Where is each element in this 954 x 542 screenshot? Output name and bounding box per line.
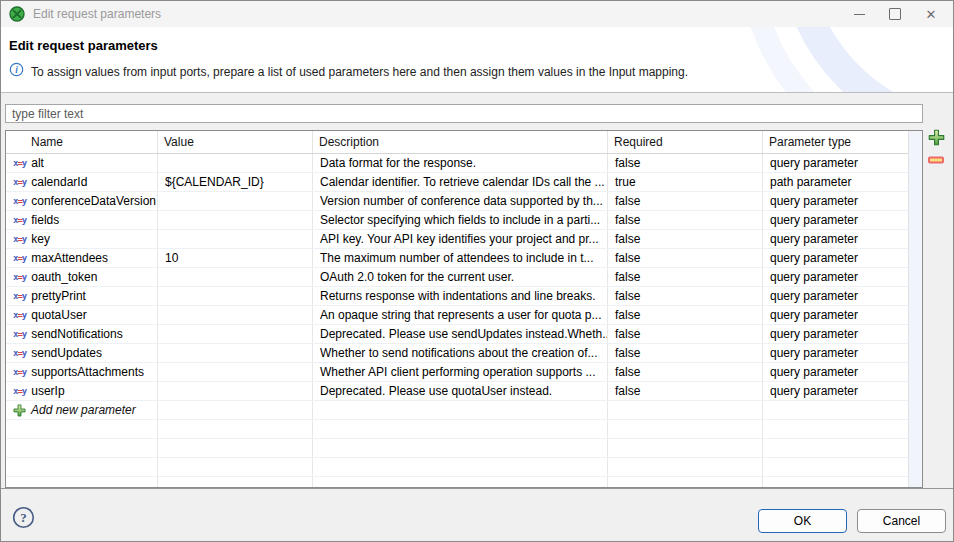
- parameter-type-cell[interactable]: query parameter: [763, 382, 909, 400]
- close-button[interactable]: ✕: [913, 1, 949, 27]
- filter-input[interactable]: [5, 104, 923, 123]
- add-parameter-button[interactable]: [926, 129, 946, 149]
- parameter-value-cell[interactable]: [158, 363, 313, 381]
- parameter-type-cell[interactable]: query parameter: [763, 154, 909, 172]
- parameter-type-cell[interactable]: query parameter: [763, 363, 909, 381]
- parameter-value-cell[interactable]: [158, 230, 313, 248]
- parameter-value-cell[interactable]: [158, 306, 313, 324]
- parameter-value-cell[interactable]: [158, 268, 313, 286]
- parameter-name-cell[interactable]: x=ymaxAttendees: [6, 249, 158, 267]
- parameter-description-cell[interactable]: Whether API client performing operation …: [313, 363, 608, 381]
- parameter-value-cell[interactable]: [158, 192, 313, 210]
- add-new-parameter-row[interactable]: Add new parameter: [6, 401, 922, 420]
- parameter-value-cell[interactable]: [158, 382, 313, 400]
- minimize-button[interactable]: [841, 1, 877, 27]
- remove-parameter-button[interactable]: [926, 151, 946, 171]
- parameter-row[interactable]: x=ysendNotificationsDeprecated. Please u…: [6, 325, 922, 344]
- parameter-type-cell[interactable]: path parameter: [763, 173, 909, 191]
- parameter-name-cell[interactable]: x=yoauth_token: [6, 268, 158, 286]
- parameter-type-cell[interactable]: query parameter: [763, 249, 909, 267]
- column-header-value[interactable]: Value: [158, 131, 313, 153]
- parameter-required-cell[interactable]: false: [608, 382, 763, 400]
- parameter-required-cell[interactable]: false: [608, 249, 763, 267]
- titlebar[interactable]: Edit request parameters ✕: [1, 1, 953, 27]
- parameter-row[interactable]: x=ysupportsAttachmentsWhether API client…: [6, 363, 922, 382]
- parameter-name-cell[interactable]: x=ysendUpdates: [6, 344, 158, 362]
- parameter-row[interactable]: x=yconferenceDataVersionVersion number o…: [6, 192, 922, 211]
- parameter-type-cell[interactable]: query parameter: [763, 192, 909, 210]
- parameter-value-cell[interactable]: [158, 154, 313, 172]
- parameter-description-cell[interactable]: Deprecated. Please use sendUpdates inste…: [313, 325, 608, 343]
- parameter-description-cell[interactable]: Whether to send notifications about the …: [313, 344, 608, 362]
- parameter-required-cell[interactable]: false: [608, 363, 763, 381]
- empty-row: [6, 439, 922, 458]
- add-new-parameter-cell[interactable]: Add new parameter: [6, 401, 158, 419]
- column-header-required[interactable]: Required: [608, 131, 763, 153]
- parameter-row[interactable]: x=ymaxAttendees10The maximum number of a…: [6, 249, 922, 268]
- parameter-type-cell[interactable]: query parameter: [763, 230, 909, 248]
- parameter-description-cell[interactable]: Selector specifying which fields to incl…: [313, 211, 608, 229]
- parameter-name-cell[interactable]: x=ykey: [6, 230, 158, 248]
- parameter-required-cell[interactable]: false: [608, 230, 763, 248]
- empty-cell: [6, 420, 158, 438]
- parameter-required-cell[interactable]: false: [608, 287, 763, 305]
- parameter-row[interactable]: x=ykeyAPI key. Your API key identifies y…: [6, 230, 922, 249]
- parameter-required-cell[interactable]: false: [608, 344, 763, 362]
- parameter-description-cell[interactable]: Calendar identifier. To retrieve calenda…: [313, 173, 608, 191]
- parameter-description-cell[interactable]: Data format for the response.: [313, 154, 608, 172]
- parameter-description-cell[interactable]: An opaque string that represents a user …: [313, 306, 608, 324]
- empty-cell: [158, 458, 313, 476]
- parameter-description-cell[interactable]: OAuth 2.0 token for the current user.: [313, 268, 608, 286]
- parameter-description-cell[interactable]: The maximum number of attendees to inclu…: [313, 249, 608, 267]
- parameter-row[interactable]: x=yquotaUserAn opaque string that repres…: [6, 306, 922, 325]
- parameter-description-cell[interactable]: Version number of conference data suppor…: [313, 192, 608, 210]
- parameter-required-cell[interactable]: false: [608, 192, 763, 210]
- parameter-type-cell[interactable]: query parameter: [763, 306, 909, 324]
- parameter-required-cell[interactable]: false: [608, 306, 763, 324]
- parameter-description-cell[interactable]: Deprecated. Please use quotaUser instead…: [313, 382, 608, 400]
- parameter-row[interactable]: x=yuserIpDeprecated. Please use quotaUse…: [6, 382, 922, 401]
- parameter-value-cell[interactable]: 10: [158, 249, 313, 267]
- parameter-name-cell[interactable]: x=ysupportsAttachments: [6, 363, 158, 381]
- parameter-required-cell[interactable]: true: [608, 173, 763, 191]
- parameter-value-cell[interactable]: [158, 211, 313, 229]
- parameter-description-cell[interactable]: Returns response with indentations and l…: [313, 287, 608, 305]
- parameter-row[interactable]: x=yprettyPrintReturns response with inde…: [6, 287, 922, 306]
- empty-cell: [763, 420, 909, 438]
- parameter-name-cell[interactable]: x=ycalendarId: [6, 173, 158, 191]
- column-header-parameter-type[interactable]: Parameter type: [763, 131, 909, 153]
- parameter-name-cell[interactable]: x=yprettyPrint: [6, 287, 158, 305]
- parameter-row[interactable]: x=yfieldsSelector specifying which field…: [6, 211, 922, 230]
- parameter-required-cell[interactable]: false: [608, 325, 763, 343]
- parameter-required-cell[interactable]: false: [608, 268, 763, 286]
- parameter-type-cell[interactable]: query parameter: [763, 287, 909, 305]
- parameter-type-cell[interactable]: query parameter: [763, 344, 909, 362]
- parameter-row[interactable]: x=yoauth_tokenOAuth 2.0 token for the cu…: [6, 268, 922, 287]
- parameter-value-cell[interactable]: [158, 325, 313, 343]
- parameter-name-cell[interactable]: x=yfields: [6, 211, 158, 229]
- maximize-button[interactable]: [877, 1, 913, 27]
- parameter-row[interactable]: x=ysendUpdatesWhether to send notificati…: [6, 344, 922, 363]
- help-button[interactable]: ?: [12, 506, 35, 529]
- parameter-required-cell[interactable]: false: [608, 154, 763, 172]
- parameter-name-cell[interactable]: x=yalt: [6, 154, 158, 172]
- column-header-name[interactable]: Name: [6, 131, 158, 153]
- parameter-name-cell[interactable]: x=yquotaUser: [6, 306, 158, 324]
- cancel-button[interactable]: Cancel: [857, 509, 946, 533]
- parameter-value-cell[interactable]: [158, 287, 313, 305]
- parameter-description-cell[interactable]: API key. Your API key identifies your pr…: [313, 230, 608, 248]
- vertical-scrollbar[interactable]: [908, 131, 922, 487]
- column-header-description[interactable]: Description: [313, 131, 608, 153]
- parameter-type-cell[interactable]: query parameter: [763, 211, 909, 229]
- parameter-row[interactable]: x=yaltData format for the response.false…: [6, 154, 922, 173]
- parameter-name-cell[interactable]: x=yconferenceDataVersion: [6, 192, 158, 210]
- parameter-type-cell[interactable]: query parameter: [763, 268, 909, 286]
- ok-button[interactable]: OK: [758, 509, 847, 533]
- parameter-name-cell[interactable]: x=ysendNotifications: [6, 325, 158, 343]
- parameter-required-cell[interactable]: false: [608, 211, 763, 229]
- parameter-type-cell[interactable]: query parameter: [763, 325, 909, 343]
- parameter-row[interactable]: x=ycalendarId${CALENDAR_ID}Calendar iden…: [6, 173, 922, 192]
- parameter-name-cell[interactable]: x=yuserIp: [6, 382, 158, 400]
- parameter-value-cell[interactable]: [158, 344, 313, 362]
- parameter-value-cell[interactable]: ${CALENDAR_ID}: [158, 173, 313, 191]
